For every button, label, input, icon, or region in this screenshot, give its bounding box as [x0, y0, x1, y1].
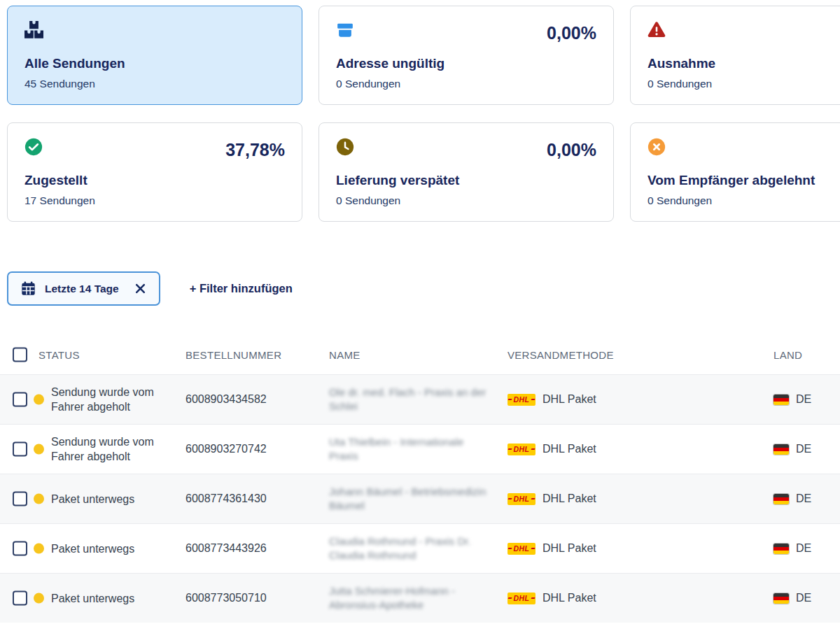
card-count: 0 Sendungen	[648, 194, 712, 207]
row-status: Sendung wurde vom Fahrer abgeholt	[51, 434, 176, 464]
table-row[interactable]: Paket unterwegs 6008774361430 Johann Bäu…	[0, 474, 840, 523]
card-title: Adresse ungültig	[336, 56, 444, 71]
table-row[interactable]: Paket unterwegs 6008773443926 Claudia Ro…	[0, 523, 840, 573]
dhl-logo-icon: DHL	[507, 593, 536, 604]
column-header-bestellnummer: BESTELLNUMMER	[186, 348, 281, 360]
row-order-number: 6008903270742	[186, 443, 267, 455]
card-count: 45 Sendungen	[24, 78, 95, 90]
row-order-number: 6008774361430	[186, 492, 267, 505]
boxes-stacked-icon	[24, 21, 44, 41]
card-lieferung-verspaetet[interactable]: 0,00% Lieferung verspätet 0 Sendungen	[318, 122, 614, 222]
germany-flag-icon	[774, 494, 789, 504]
row-checkbox[interactable]	[13, 591, 27, 606]
card-title: Alle Sendungen	[24, 56, 125, 71]
date-filter-label: Letzte 14 Tage	[45, 283, 119, 295]
row-status: Paket unterwegs	[51, 541, 176, 556]
table-row[interactable]: Sendung wurde vom Fahrer abgeholt 600890…	[0, 424, 840, 474]
status-dot-icon	[34, 395, 44, 405]
row-status: Sendung wurde vom Fahrer abgeholt	[51, 385, 176, 414]
card-percent: 0,00%	[547, 23, 596, 43]
card-adresse-ungueltig[interactable]: 0,00% Adresse ungültig 0 Sendungen	[318, 6, 614, 105]
row-status: Paket unterwegs	[51, 591, 176, 606]
column-header-land: LAND	[774, 348, 802, 360]
row-shipping-method: DHL DHL Paket	[507, 492, 596, 505]
card-ausnahme[interactable]: Ausnahme 0 Sendungen	[630, 6, 840, 105]
status-dot-icon	[34, 494, 44, 504]
column-header-status: STATUS	[38, 348, 80, 360]
row-customer-name: Ole dr. med. Flach - Praxis an der Schle…	[329, 385, 496, 413]
row-shipping-method: DHL DHL Paket	[507, 592, 596, 604]
row-shipping-method: DHL DHL Paket	[507, 443, 596, 455]
status-cards: Alle Sendungen 45 Sendungen 0,00% Adress…	[7, 6, 840, 222]
row-customer-name: Johann Bäumel - Betriebsmedizin Bäumel	[329, 485, 496, 513]
column-header-name: NAME	[329, 348, 360, 360]
row-shipping-method: DHL DHL Paket	[507, 393, 596, 406]
date-filter-chip[interactable]: Letzte 14 Tage	[7, 271, 160, 306]
status-dot-icon	[34, 593, 44, 604]
clock-icon	[336, 138, 356, 157]
check-circle-icon	[24, 138, 44, 157]
dhl-logo-icon: DHL	[507, 543, 536, 555]
row-order-number: 6008773050710	[186, 592, 267, 604]
row-country: DE	[774, 492, 811, 505]
germany-flag-icon	[774, 593, 789, 604]
dhl-logo-icon: DHL	[507, 394, 536, 406]
add-filter-button[interactable]: + Filter hinzufügen	[190, 282, 293, 295]
card-percent: 0,00%	[547, 140, 596, 160]
close-icon[interactable]	[134, 283, 146, 295]
card-vom-empfaenger-abgelehnt[interactable]: Vom Empfänger abgelehnt 0 Sendungen	[630, 122, 840, 222]
row-country: DE	[774, 443, 811, 455]
card-title: Lieferung verspätet	[336, 173, 459, 188]
card-title: Zugestellt	[24, 173, 88, 188]
row-order-number: 6008773443926	[186, 542, 267, 555]
card-count: 0 Sendungen	[648, 78, 712, 90]
row-customer-name: Uta Thielbein - Internationale Praxis	[329, 435, 496, 463]
warning-triangle-icon	[648, 21, 667, 41]
table-row[interactable]: Paket unterwegs 6008773050710 Jutta Schm…	[0, 573, 840, 623]
row-checkbox[interactable]	[13, 392, 27, 407]
row-checkbox[interactable]	[13, 541, 27, 556]
box-icon	[336, 21, 356, 41]
dhl-logo-icon: DHL	[507, 444, 536, 455]
germany-flag-icon	[774, 444, 789, 455]
card-count: 17 Sendungen	[24, 194, 95, 207]
card-count: 0 Sendungen	[336, 78, 400, 90]
row-country: DE	[774, 592, 811, 604]
card-count: 0 Sendungen	[336, 194, 400, 207]
table-row[interactable]: Sendung wurde vom Fahrer abgeholt 600890…	[0, 374, 840, 424]
row-checkbox[interactable]	[13, 442, 27, 457]
card-alle-sendungen[interactable]: Alle Sendungen 45 Sendungen	[7, 6, 302, 105]
row-checkbox[interactable]	[13, 492, 27, 506]
row-country: DE	[774, 393, 811, 406]
row-order-number: 6008903434582	[186, 393, 267, 406]
card-title: Ausnahme	[648, 56, 715, 71]
row-status: Paket unterwegs	[51, 492, 176, 506]
dhl-logo-icon: DHL	[507, 493, 536, 505]
status-dot-icon	[34, 444, 44, 455]
germany-flag-icon	[774, 544, 789, 554]
select-all-checkbox[interactable]	[13, 347, 27, 362]
status-dot-icon	[34, 544, 44, 554]
table-body: Sendung wurde vom Fahrer abgeholt 600890…	[0, 374, 840, 623]
calendar-icon	[21, 281, 36, 296]
column-header-versandmethode: VERSANDMETHODE	[507, 348, 614, 360]
table-header: STATUS BESTELLNUMMER NAME VERSANDMETHODE…	[0, 334, 840, 374]
germany-flag-icon	[774, 395, 789, 405]
row-customer-name: Jutta Schmierer-Hofmann - Abronsius-Apot…	[329, 584, 496, 612]
row-shipping-method: DHL DHL Paket	[507, 542, 596, 555]
card-zugestellt[interactable]: 37,78% Zugestellt 17 Sendungen	[7, 122, 302, 222]
row-country: DE	[774, 542, 811, 555]
card-percent: 37,78%	[225, 140, 285, 160]
filter-bar: Letzte 14 Tage + Filter hinzufügen	[7, 271, 293, 306]
card-title: Vom Empfänger abgelehnt	[648, 173, 815, 188]
row-customer-name: Claudia Rothmund - Praxis Dr. Claudia Ro…	[329, 534, 496, 562]
x-circle-icon	[648, 138, 667, 157]
